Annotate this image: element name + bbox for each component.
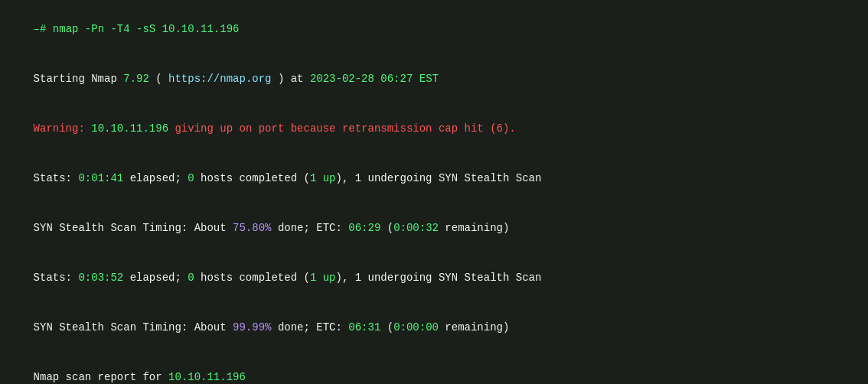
timing1-text3: ( xyxy=(380,222,393,234)
stats2-line: Stats: 0:03:52 elapsed; 0 hosts complete… xyxy=(8,253,860,303)
timing2-text4: remaining) xyxy=(439,321,509,334)
stats2-text3: ), 1 undergoing SYN Stealth Scan xyxy=(336,272,542,284)
warning-line: Warning: 10.10.11.196 giving up on port … xyxy=(8,104,860,154)
stats2-hosts: 0 xyxy=(188,272,194,284)
timing2-remaining: 0:00:00 xyxy=(393,321,439,334)
timing2-line: SYN Stealth Scan Timing: About 99.99% do… xyxy=(8,303,860,353)
starting-text2: ( xyxy=(149,73,168,85)
timing2-text: SYN Stealth Scan Timing: About xyxy=(34,321,233,334)
stats2-text: elapsed; xyxy=(123,272,188,284)
scan-datetime: 2023-02-28 06:27 EST xyxy=(310,73,439,85)
timing2-percent: 99.99% xyxy=(233,321,271,334)
timing1-percent: 75.80% xyxy=(233,222,271,234)
stats1-label: Stats: xyxy=(34,172,79,184)
timing1-remaining: 0:00:32 xyxy=(393,222,439,234)
command-text: nmap -Pn -T4 -sS xyxy=(53,23,162,35)
timing1-text2: done; ETC: xyxy=(271,222,348,234)
stats2-time: 0:03:52 xyxy=(78,272,123,284)
timing1-line: SYN Stealth Scan Timing: About 75.80% do… xyxy=(8,203,860,253)
stats2-text2: hosts completed ( xyxy=(194,272,310,284)
stats1-text3: ), 1 undergoing SYN Stealth Scan xyxy=(336,172,542,184)
stats1-text: elapsed; xyxy=(123,172,188,184)
report-ip: 10.10.11.196 xyxy=(168,371,246,383)
stats1-hosts: 0 xyxy=(188,172,194,184)
stats2-label: Stats: xyxy=(34,272,79,284)
prompt-symbol: –# xyxy=(34,23,53,35)
prompt-line: –# nmap -Pn -T4 -sS 10.10.11.196 xyxy=(8,5,860,54)
stats1-time: 0:01:41 xyxy=(78,172,123,184)
warning-label: Warning: xyxy=(34,122,92,135)
nmap-url: https://nmap.org xyxy=(168,73,271,85)
stats1-up: 1 up xyxy=(310,172,336,184)
terminal: –# nmap -Pn -T4 -sS 10.10.11.196 Startin… xyxy=(8,5,860,384)
starting-text3: ) at xyxy=(271,73,309,85)
timing1-text4: remaining) xyxy=(439,222,509,234)
timing1-text: SYN Stealth Scan Timing: About xyxy=(34,222,233,234)
stats1-text2: hosts completed ( xyxy=(194,172,310,184)
stats2-up: 1 up xyxy=(310,272,336,284)
starting-text: Starting Nmap xyxy=(34,73,124,85)
timing2-etc: 06:31 xyxy=(348,321,380,334)
warning-ip: 10.10.11.196 xyxy=(91,122,168,135)
starting-line: Starting Nmap 7.92 ( https://nmap.org ) … xyxy=(8,54,860,104)
timing1-etc: 06:29 xyxy=(348,222,380,234)
timing2-text2: done; ETC: xyxy=(271,321,348,334)
report-line: Nmap scan report for 10.10.11.196 xyxy=(8,353,860,384)
stats1-line: Stats: 0:01:41 elapsed; 0 hosts complete… xyxy=(8,154,860,203)
warning-msg: giving up on port because retransmission… xyxy=(168,122,516,135)
nmap-version: 7.92 xyxy=(123,73,149,85)
target-ip: 10.10.11.196 xyxy=(162,23,240,35)
timing2-text3: ( xyxy=(380,321,393,334)
report-text: Nmap scan report for xyxy=(34,371,168,383)
